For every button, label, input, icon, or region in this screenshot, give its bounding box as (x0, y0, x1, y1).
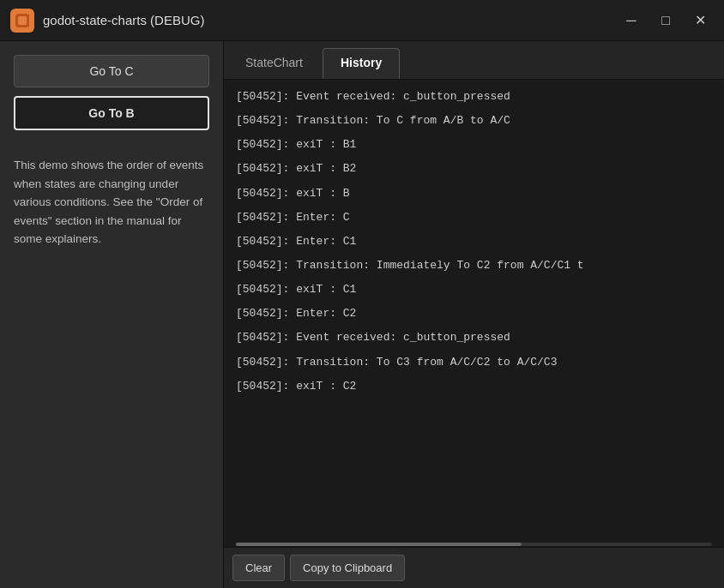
scroll-thumb (236, 543, 522, 546)
log-entry: [50452]: exiT : B1 (224, 133, 724, 157)
log-entry: [50452]: Enter: C1 (224, 230, 724, 254)
log-entry: [50452]: Event received: c_button_presse… (224, 85, 724, 109)
log-entry: [50452]: Event received: c_button_presse… (224, 326, 724, 350)
go-to-b-button[interactable]: Go To B (14, 96, 209, 130)
minimize-button[interactable]: ─ (618, 7, 645, 34)
sidebar-description: This demo shows the order of events when… (14, 156, 209, 249)
tab-bar: StateChart History (224, 41, 724, 80)
clear-button[interactable]: Clear (232, 555, 285, 581)
log-entry: [50452]: exiT : B2 (224, 157, 724, 181)
app-icon (10, 9, 34, 33)
copy-to-clipboard-button[interactable]: Copy to Clipboard (290, 555, 405, 581)
close-button[interactable]: ✕ (686, 7, 714, 34)
content-area: StateChart History [50452]: Event receiv… (223, 41, 724, 588)
main-layout: Go To C Go To B This demo shows the orde… (0, 41, 724, 588)
svg-rect-1 (18, 16, 27, 25)
titlebar: godot-state-charts (DEBUG) ─ □ ✕ (0, 0, 724, 41)
log-wrapper: [50452]: Event received: c_button_presse… (224, 80, 724, 542)
bottom-bar: Clear Copy to Clipboard (224, 547, 724, 588)
log-area[interactable]: [50452]: Event received: c_button_presse… (224, 80, 724, 542)
log-entry: [50452]: exiT : B (224, 182, 724, 206)
log-entry: [50452]: Enter: C2 (224, 302, 724, 326)
window-title: godot-state-charts (DEBUG) (43, 13, 618, 27)
window-controls: ─ □ ✕ (618, 7, 714, 34)
scroll-track (236, 543, 712, 546)
tab-history[interactable]: History (323, 48, 400, 79)
log-entry: [50452]: Enter: C (224, 206, 724, 230)
log-entry: [50452]: Transition: To C from A/B to A/… (224, 109, 724, 133)
log-entry: [50452]: Transition: Immediately To C2 f… (224, 254, 724, 278)
tab-statechart[interactable]: StateChart (227, 48, 321, 79)
log-entry: [50452]: exiT : C2 (224, 375, 724, 399)
log-entry: [50452]: exiT : C1 (224, 278, 724, 302)
sidebar: Go To C Go To B This demo shows the orde… (0, 41, 223, 588)
maximize-button[interactable]: □ (652, 7, 679, 34)
log-entry: [50452]: Transition: To C3 from A/C/C2 t… (224, 351, 724, 375)
go-to-c-button[interactable]: Go To C (14, 55, 209, 87)
